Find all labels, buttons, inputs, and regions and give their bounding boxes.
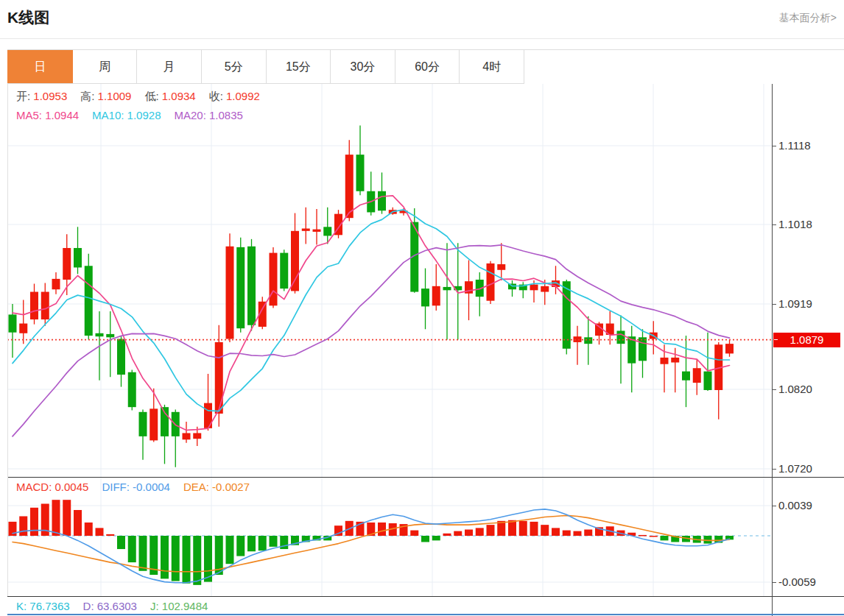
tab-60min[interactable]: 60分 <box>395 50 460 83</box>
kdj-legend-d: D: 63.6303 <box>83 600 137 612</box>
axis-tick <box>772 506 776 506</box>
axis-tick <box>772 146 776 146</box>
macd-chart[interactable] <box>7 477 772 596</box>
kdj-legend-j: J: 102.9484 <box>150 600 208 612</box>
period-tabbar: 日周月5分15分30分60分4时 <box>7 50 524 84</box>
ohlc-legend: 开: 1.0953高: 1.1009低: 1.0934收: 1.0992 <box>16 90 273 104</box>
axis-tick <box>772 469 776 470</box>
main-candlestick-chart[interactable] <box>7 84 772 477</box>
ma-legend: MA5: 1.0944MA10: 1.0928MA20: 1.0835 <box>16 109 256 121</box>
tab-30min[interactable]: 30分 <box>331 50 395 83</box>
macd-axis-label: 0.0039 <box>778 499 840 512</box>
price-axis-label: 1.0919 <box>778 297 840 311</box>
current-price-badge: 1.0879 <box>773 333 840 347</box>
price-axis-label: 1.0720 <box>778 462 840 475</box>
kdj-k-line <box>7 614 844 615</box>
y-axis-line <box>772 84 773 616</box>
tab-day[interactable]: 日 <box>7 50 73 83</box>
ohlc-open: 开: 1.0953 <box>16 90 67 102</box>
axis-tick <box>772 224 776 225</box>
header-divider <box>0 38 844 39</box>
ohlc-close: 收: 1.0992 <box>209 90 260 102</box>
axis-tick <box>772 582 776 583</box>
ma5-legend-item: MA5: 1.0944 <box>16 109 79 121</box>
axis-tick <box>772 304 776 305</box>
chart-left-border <box>7 84 8 596</box>
ohlc-low: 低: 1.0934 <box>144 90 195 102</box>
page-title: K线图 <box>7 7 49 28</box>
macd-legend-dea: DEA: -0.0027 <box>183 481 250 493</box>
ma10-legend-item: MA10: 1.0928 <box>92 109 161 121</box>
kdj-pane-separator <box>7 596 844 597</box>
axis-tick <box>772 389 776 390</box>
kdj-legend: K: 76.7363D: 63.6303J: 102.9484 <box>16 600 221 612</box>
price-axis-label: 1.0820 <box>778 383 840 396</box>
macd-legend-macd: MACD: 0.0045 <box>16 481 88 493</box>
tab-week[interactable]: 周 <box>73 50 138 83</box>
tab-4hour[interactable]: 4时 <box>460 50 524 83</box>
macd-pane-separator <box>7 477 844 478</box>
tab-15min[interactable]: 15分 <box>267 50 331 83</box>
ma20-legend-item: MA20: 1.0835 <box>174 109 242 121</box>
price-axis-label: 1.1118 <box>778 139 840 152</box>
macd-legend-diff: DIFF: -0.0004 <box>102 481 170 493</box>
ohlc-high: 高: 1.1009 <box>80 90 131 102</box>
kline-chart-app: K线图 基本面分析> 日周月5分15分30分60分4时 开: 1.0953高: … <box>0 0 844 616</box>
macd-axis-label: -0.0059 <box>778 576 840 589</box>
price-axis-label: 1.1018 <box>778 218 840 231</box>
fundamental-analysis-link[interactable]: 基本面分析> <box>779 12 837 25</box>
macd-legend: MACD: 0.0045DIFF: -0.0004DEA: -0.0027 <box>16 481 263 493</box>
current-price-tick <box>774 339 778 340</box>
tab-5min[interactable]: 5分 <box>202 50 267 83</box>
kdj-legend-k: K: 76.7363 <box>16 600 70 612</box>
tab-month[interactable]: 月 <box>137 50 202 83</box>
